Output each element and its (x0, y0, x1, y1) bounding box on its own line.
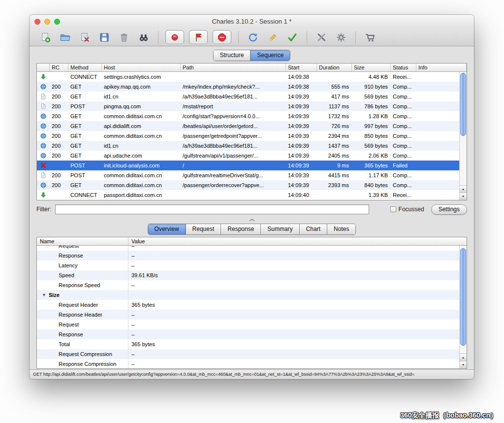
overview-row[interactable]: Request– (37, 320, 459, 329)
table-row[interactable]: 200GETcommon.diditaxi.com.cn/passenger/g… (37, 131, 459, 141)
repeat-button[interactable] (246, 31, 260, 44)
session-table-scrollbar[interactable]: ▲ ▼ (459, 72, 467, 200)
overview-row[interactable]: Request Compression– (37, 349, 459, 359)
detail-tab-overview[interactable]: Overview (148, 224, 186, 234)
overview-row[interactable]: Latency– (37, 260, 459, 270)
column-header-value[interactable]: Value (128, 237, 467, 245)
cell-path (181, 72, 286, 82)
column-header-start[interactable]: Start (286, 64, 317, 71)
new-session-button[interactable] (38, 31, 53, 44)
overview-row[interactable]: Response– (37, 329, 459, 339)
settings-icon (336, 32, 346, 43)
overview-row[interactable]: Response Speed– (37, 280, 459, 290)
overview-row[interactable]: ▼Size (37, 290, 459, 300)
validate-button[interactable] (285, 31, 300, 44)
find-icon (138, 32, 149, 43)
cell-info (416, 101, 459, 111)
cell-status: Comp... (391, 141, 416, 151)
column-header-duration[interactable]: Duration (317, 64, 352, 71)
splitter[interactable] (30, 217, 474, 224)
globe-icon (37, 111, 50, 121)
cell-info (416, 131, 459, 141)
column-header-method[interactable]: Method (68, 64, 102, 71)
cell-host: common.diditaxi.com.cn (102, 170, 181, 180)
cell-duration: 4415 ms (317, 170, 352, 180)
clear-session-button[interactable] (117, 31, 131, 44)
breakpoints-button[interactable] (189, 30, 208, 44)
overview-table-scrollbar[interactable]: ▲ ▼ (459, 246, 467, 368)
column-header-status[interactable]: Status (391, 64, 416, 71)
column-header-rc[interactable]: RC (50, 64, 68, 71)
cell-method: GET (68, 151, 102, 161)
scroll-up-arrow[interactable]: ▲ (460, 354, 467, 361)
table-row[interactable]: 200GETcommon.diditaxi.com.cn/passenger/o… (37, 180, 459, 190)
scroll-down-arrow[interactable]: ▼ (460, 193, 467, 200)
table-row[interactable]: CONNECTsettings.crashlytics.com14:09:384… (37, 72, 459, 82)
detail-tab-summary[interactable]: Summary (261, 224, 299, 234)
detail-tab-request[interactable]: Request (186, 224, 221, 234)
scrollbar-thumb[interactable] (460, 248, 466, 346)
overview-row[interactable]: Response Header– (37, 310, 459, 320)
table-row[interactable]: 200POSTcommon.diditaxi.com.cn/gulfstream… (37, 170, 459, 180)
scroll-up-arrow[interactable]: ▲ (460, 185, 467, 193)
detail-tab-notes[interactable]: Notes (327, 224, 355, 234)
cell-host: settings.crashlytics.com (102, 72, 181, 82)
find-button[interactable] (136, 31, 151, 44)
cell-size: 365 bytes (352, 161, 391, 170)
focussed-label: Focussed (399, 206, 424, 213)
scrollbar-thumb[interactable] (460, 73, 466, 136)
cart-button[interactable] (363, 31, 378, 44)
column-header-size[interactable]: Size (352, 64, 391, 71)
table-row[interactable]: 200GETapi.didialift.com/beatles/api/user… (37, 121, 459, 131)
overview-row[interactable]: Total365 bytes (37, 339, 459, 349)
overview-row[interactable]: Response Compression– (37, 359, 459, 368)
record-button[interactable] (165, 30, 184, 44)
cell-path: /passenger/getredpoint?appver... (181, 131, 286, 141)
focussed-checkbox[interactable] (390, 206, 396, 212)
cell-size: 786 bytes (352, 101, 391, 111)
table-row[interactable]: CONNECTpassport.diditaxi.com.cn14:09:401… (37, 190, 459, 200)
table-row[interactable]: 200GETapikey.map.qq.com/mkey/index.php/m… (37, 82, 459, 92)
detail-tab-chart[interactable]: Chart (300, 224, 327, 234)
tools-button[interactable] (314, 31, 329, 44)
disclosure-triangle-icon[interactable]: ▼ (42, 290, 46, 300)
edit-button[interactable] (265, 31, 280, 44)
close-session-button[interactable] (77, 31, 92, 44)
overview-row[interactable]: Request Header365 bytes (37, 300, 459, 310)
cell-path: /beatles/api/user/order/getord... (181, 121, 286, 131)
title-bar[interactable]: Charles 3.10.2 - Session 1 * (30, 15, 474, 29)
cell-status: Comp... (391, 180, 416, 190)
close-session-icon (79, 32, 90, 43)
column-header-info[interactable]: Info (416, 64, 467, 71)
view-tab-structure[interactable]: Structure (214, 50, 251, 61)
stop-button[interactable] (213, 30, 231, 44)
save-session-button[interactable] (97, 31, 112, 44)
overview-row[interactable]: Request– (37, 246, 459, 251)
column-header-host[interactable]: Host (102, 64, 181, 71)
table-row[interactable]: 200POSTpingma.qq.com/mstat/report14:09:3… (37, 101, 459, 111)
open-session-button[interactable] (58, 31, 72, 44)
column-header-name[interactable]: Name (37, 237, 128, 245)
column-header-icon[interactable] (37, 64, 50, 71)
cell-value (128, 290, 459, 300)
overview-row[interactable]: Speed39.61 KB/s (37, 270, 459, 280)
cell-status: Comp... (391, 82, 416, 92)
cell-rc: 200 (50, 131, 68, 141)
table-row[interactable]: 200GETid1.cn/a/h39ae3d8bba49ec96ef181...… (37, 92, 459, 101)
cell-rc: 200 (50, 111, 68, 121)
view-tab-sequence[interactable]: Sequence (251, 50, 290, 61)
cell-host: passport.diditaxi.com.cn (102, 190, 181, 200)
overview-table-header: NameValue (37, 237, 467, 246)
cell-info (416, 151, 459, 161)
settings-button[interactable]: Settings (431, 204, 467, 215)
overview-row[interactable]: Response– (37, 251, 459, 260)
filter-input[interactable] (55, 204, 369, 214)
table-row[interactable]: 200GETapi.udache.com/gulfstream/api/v1/p… (37, 151, 459, 161)
table-row[interactable]: 200GETid1.cn/a/h39ae3d8bba49ec96ef181...… (37, 141, 459, 151)
table-row[interactable]: 200GETcommon.diditaxi.com.cn/config/star… (37, 111, 459, 121)
scroll-down-arrow[interactable]: ▼ (460, 361, 467, 368)
settings-button[interactable] (334, 31, 348, 44)
column-header-path[interactable]: Path (181, 64, 286, 71)
table-row[interactable]: POSTinit.icloud-analysis.com/14:09:399 m… (37, 161, 459, 170)
detail-tab-response[interactable]: Response (221, 224, 261, 234)
